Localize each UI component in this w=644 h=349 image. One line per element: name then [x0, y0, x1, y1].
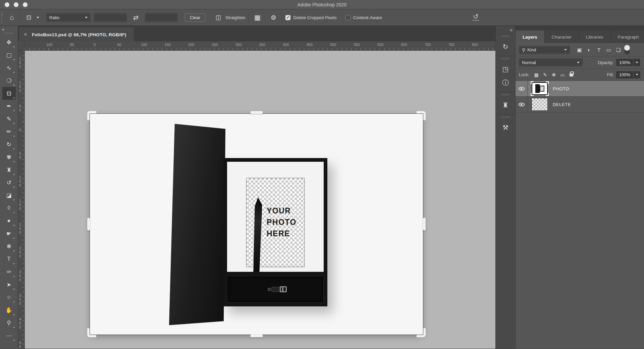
- blur-tool[interactable]: ●: [2, 214, 16, 227]
- tab-libraries[interactable]: Libraries: [579, 31, 611, 43]
- tool-preset-picker[interactable]: ⊡: [24, 14, 39, 21]
- flyout-triangle-icon: [13, 186, 14, 188]
- straighten-icon: ◫: [213, 14, 223, 21]
- fill-select[interactable]: 100%: [616, 71, 641, 79]
- sponge-tool[interactable]: ❋: [2, 240, 16, 253]
- crop-bounds[interactable]: YOURPHOTOHERE: [90, 114, 423, 335]
- info-panel-icon[interactable]: ⓘ: [500, 77, 511, 88]
- flyout-triangle-icon: [13, 263, 14, 264]
- brush-tool[interactable]: ✎: [2, 112, 16, 125]
- path-selection-tool[interactable]: ➤: [2, 278, 16, 291]
- move-tool[interactable]: ✥: [2, 36, 16, 49]
- paint-bucket-tool-icon: ◊: [7, 205, 10, 211]
- crop-handle-right[interactable]: [423, 218, 426, 231]
- crop-handle-bottom-right[interactable]: [417, 328, 426, 337]
- crop-tool[interactable]: ⊡: [2, 87, 16, 100]
- lock-artboard-icon[interactable]: ▭: [558, 72, 567, 78]
- quick-selection-tool[interactable]: ❍: [2, 74, 16, 87]
- ruler-label: 4 0 0: [19, 317, 21, 329]
- reset-tool-icon[interactable]: ↺: [472, 13, 479, 20]
- pencil-tool[interactable]: ✏: [2, 125, 16, 138]
- edit-toolbar[interactable]: ⋯: [2, 329, 16, 342]
- pattern-stamp-tool[interactable]: ↻: [2, 138, 16, 151]
- content-aware-checkbox[interactable]: Content-Aware: [345, 15, 382, 20]
- ellipse-tool[interactable]: ○: [2, 291, 16, 304]
- tab-character[interactable]: Character: [545, 31, 579, 43]
- lock-all-icon[interactable]: [567, 72, 576, 78]
- tab-paragraph[interactable]: Paragraph: [611, 31, 644, 43]
- tool-presets-panel-icon[interactable]: ⚒: [500, 122, 511, 133]
- search-icon: ⚲: [522, 47, 525, 53]
- lock-row: Lock: ▦✎✥▭ Fill: 100%: [516, 69, 644, 81]
- ruler-label: 700: [425, 43, 431, 47]
- smudge-tool[interactable]: ☛: [2, 227, 16, 240]
- document-tab[interactable]: × FolioBox13.psd @ 66,7% (PHOTO, RGB/8*): [19, 28, 134, 41]
- chevron-down-icon: [85, 17, 88, 18]
- chevron-down-icon: [636, 74, 638, 76]
- layer-thumbnail-transparent[interactable]: [532, 98, 548, 111]
- tab-layers[interactable]: Layers: [516, 31, 545, 43]
- filter-pixel-layers-icon[interactable]: ▣: [575, 47, 584, 53]
- clear-button[interactable]: Clear: [185, 13, 205, 22]
- zoom-tool[interactable]: ⚲: [2, 316, 16, 329]
- panel-tab-bar: LayersCharacterLibrariesParagraphBr: [516, 26, 644, 43]
- layer-visibility-toggle[interactable]: [516, 81, 528, 96]
- crop-handle-top[interactable]: [250, 111, 263, 114]
- ratio-select[interactable]: Ratio: [46, 13, 91, 22]
- delete-cropped-pixels-checkbox[interactable]: ✓ Delete Cropped Pixels: [285, 15, 336, 20]
- expand-toolbar-icon[interactable]: »: [2, 27, 4, 32]
- home-icon[interactable]: ⌂: [7, 13, 17, 21]
- crop-handle-top-right[interactable]: [417, 111, 426, 120]
- hand-tool[interactable]: ✋: [2, 304, 16, 316]
- mixer-brush-tool[interactable]: ✾: [2, 151, 16, 163]
- straighten-button[interactable]: ◫ Straighten: [213, 14, 245, 21]
- filter-type-layers-icon[interactable]: T: [594, 47, 604, 53]
- canvas-viewport[interactable]: YOURPHOTOHERE: [25, 51, 495, 349]
- ruler-label: 350: [259, 43, 265, 47]
- flyout-triangle-icon: [13, 225, 14, 226]
- filter-smart-objects-icon[interactable]: ❏: [613, 47, 623, 53]
- crop-handle-bottom-left[interactable]: [87, 328, 96, 337]
- filter-adjustment-layers-icon[interactable]: ◐: [584, 47, 594, 53]
- collapse-panels-icon[interactable]: «: [496, 26, 515, 33]
- pen-tool-icon: ✑: [6, 268, 11, 276]
- blend-mode-select[interactable]: Normal: [519, 58, 583, 66]
- lock-transparency-icon[interactable]: ▦: [532, 72, 541, 78]
- filter-kind-select[interactable]: ⚲ Kind: [519, 46, 570, 54]
- layer-row-delete[interactable]: DELETE: [516, 97, 644, 112]
- pen-tool[interactable]: ✑: [2, 265, 16, 278]
- layer-thumbnail-smart-object[interactable]: [532, 82, 548, 95]
- clone-stamp-tool[interactable]: ♜: [2, 163, 16, 176]
- eyedropper-tool[interactable]: ✒: [2, 100, 16, 112]
- ruler-origin-corner[interactable]: [18, 41, 25, 50]
- close-tab-icon[interactable]: ×: [24, 31, 27, 38]
- crop-width-input[interactable]: [94, 13, 127, 22]
- lasso-tool[interactable]: ∿: [2, 61, 16, 74]
- swap-dimensions-icon[interactable]: ⇄: [131, 14, 141, 21]
- eye-icon: [519, 103, 525, 106]
- history-panel-icon[interactable]: ↻: [500, 41, 511, 52]
- layer-visibility-toggle[interactable]: [516, 97, 528, 112]
- crop-settings-gear-icon[interactable]: ⚙: [268, 14, 278, 21]
- lock-image-icon[interactable]: ✎: [541, 72, 549, 78]
- crop-handle-left[interactable]: [87, 218, 90, 231]
- dock-grip: [501, 58, 510, 59]
- crop-handle-top-left[interactable]: [87, 111, 96, 120]
- crop-handle-bottom[interactable]: [250, 335, 263, 337]
- rectangular-marquee-tool[interactable]: ▢: [2, 49, 16, 61]
- history-brush-tool[interactable]: ↺: [2, 176, 16, 189]
- eraser-tool[interactable]: ◪: [2, 189, 16, 202]
- clone-source-panel-icon[interactable]: ♜: [500, 99, 511, 111]
- filter-shape-layers-icon[interactable]: ▭: [604, 47, 613, 53]
- properties-panel-icon[interactable]: ◳: [500, 63, 511, 75]
- lock-position-icon[interactable]: ✥: [549, 72, 558, 78]
- overlay-grid-icon[interactable]: ▦: [252, 13, 262, 21]
- rectangular-marquee-tool-icon: ▢: [6, 52, 11, 59]
- filter-toggle-switch[interactable]: [625, 46, 630, 54]
- crop-height-input[interactable]: [145, 13, 178, 22]
- paint-bucket-tool[interactable]: ◊: [2, 202, 16, 214]
- opacity-select[interactable]: 100%: [616, 58, 641, 66]
- layer-row-photo[interactable]: PHOTO: [516, 81, 644, 97]
- type-tool[interactable]: T: [2, 253, 16, 265]
- placeholder-text-line: YOUR: [267, 205, 297, 216]
